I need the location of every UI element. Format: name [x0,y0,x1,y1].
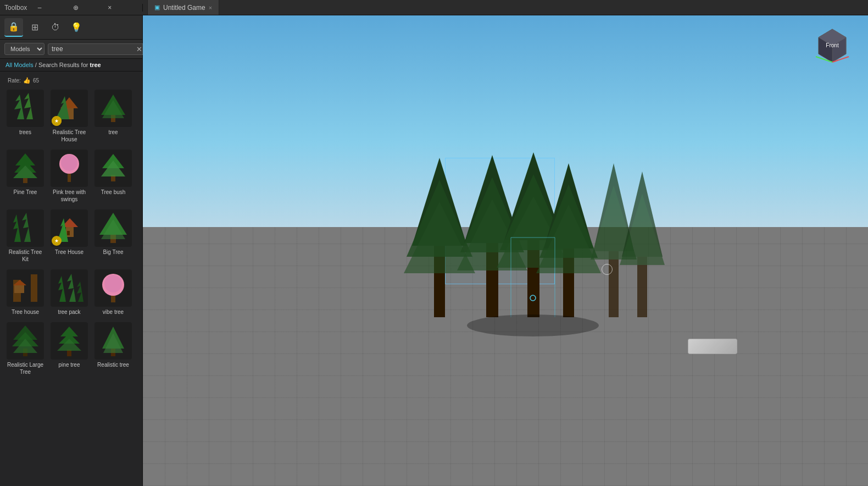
grid-row-3: Realistic Tree Kit ★ Tree House [4,207,138,265]
model-thumb-tree-house-2: ★ [51,209,88,247]
clock-tool-btn[interactable]: ⏱ [46,18,65,37]
svg-text:Front: Front [826,42,839,48]
model-item-trees[interactable]: trees [4,87,46,145]
model-item-pine-tree[interactable]: Pine Tree [4,147,46,205]
model-label-pine-tree2: pine tree [59,361,80,368]
model-item-realistic-tree-house[interactable]: ★ ★ Realistic Tree House [48,87,90,145]
svg-point-36 [104,275,122,292]
badge-tree-house: ★ [52,236,62,246]
breadcrumb-search-label: Search Results for [38,62,90,68]
model-thumb-pine-tree [7,150,44,187]
tab-label: Untitled Game [163,4,205,12]
model-thumb-realistic-tree-house: ★ ★ [51,90,88,127]
svg-rect-51 [637,257,647,317]
titlebar-minimize[interactable]: – [36,4,68,12]
svg-rect-34 [111,295,115,302]
model-item-vibe-tree[interactable]: vibe tree [92,267,134,318]
clear-search-icon[interactable]: ✕ [136,45,142,53]
badge-realistic-tree-house: ★ [52,116,62,126]
svg-rect-22 [67,231,70,235]
model-label-tree-bush: Tree bush [101,189,126,196]
svg-marker-0 [14,95,24,119]
model-thumb-trees [7,90,44,127]
svg-marker-44 [57,339,81,351]
model-thumb-tree-bush [94,150,132,187]
grid-row-2: Pine Tree Pink tree with swings [4,147,138,205]
model-item-tree-house-small[interactable]: Tree house [4,267,46,318]
breadcrumb: All Models / Search Results for tree [0,59,142,71]
model-thumb-big-tree [94,209,132,247]
breadcrumb-query: tree [90,62,101,68]
bulb-tool-btn[interactable]: 💡 [67,18,86,37]
grid-row-1: trees ★ ★ Realistic Tree House [4,87,138,145]
model-item-pine-tree2[interactable]: pine tree [48,320,90,378]
model-label-realistic-tree-house: Realistic Tree House [51,129,88,143]
model-thumb-tree-pack [51,269,88,307]
tree-group [341,152,670,345]
viewport[interactable]: Front [143,15,868,486]
rating-label: Rate: [8,78,21,84]
tab-close-btn[interactable]: × [209,4,212,11]
model-item-realistic-large-tree[interactable]: Realistic Large Tree [4,320,46,378]
model-label-pine-tree: Pine Tree [14,189,37,196]
grid-tool-btn[interactable]: ⊞ [25,18,44,37]
svg-marker-31 [58,276,66,302]
trees-scene-svg [341,152,670,345]
model-grid: Rate: 👍 65 trees [0,71,142,486]
left-panel: 🔒 ⊞ ⏱ 💡 Models Meshes Audio Images ✕ 🔍 ≡… [0,15,143,486]
model-label-tree-house-2: Tree House [55,248,84,256]
model-label-tree-house-small: Tree house [12,308,39,316]
svg-marker-33 [77,281,84,302]
model-label-pink-tree-swings: Pink tree with swings [51,189,88,203]
orient-cube-svg: Front [813,26,852,65]
model-thumb-tree-house-small [7,269,44,307]
lock-tool-btn[interactable]: 🔒 [4,18,23,37]
tab-untitled-game[interactable]: ▣ Untitled Game × [147,0,219,15]
model-label-realistic-large-tree: Realistic Large Tree [7,361,44,375]
model-thumb-realistic-tree-kit [7,209,44,247]
model-thumb-realistic-large-tree [7,322,44,360]
model-item-big-tree[interactable]: Big Tree [92,207,134,265]
thumbup-icon[interactable]: 👍 [23,77,31,84]
main-layout: 🔒 ⊞ ⏱ 💡 Models Meshes Audio Images ✕ 🔍 ≡… [0,15,868,486]
breadcrumb-all-models[interactable]: All Models [5,62,34,68]
titlebar-pin[interactable]: ⊕ [71,4,103,12]
rating-count: 65 [33,78,39,84]
model-item-pink-tree-swings[interactable]: Pink tree with swings [48,147,90,205]
toolbox-title: Toolbox [4,4,33,12]
grid-row-5: Realistic Large Tree pine tree [4,320,138,378]
rating-area: Rate: 👍 65 [4,76,138,85]
small-prop-object [688,339,737,354]
model-label-trees: trees [19,129,31,136]
model-item-tree-pack[interactable]: tree pack [48,267,90,318]
model-label-realistic-tree: Realistic tree [97,361,129,368]
tabs-area: ▣ Untitled Game × [143,0,868,15]
titlebar: Toolbox – ⊕ × ▣ Untitled Game × [0,0,868,15]
model-item-realistic-tree[interactable]: Realistic tree [92,320,134,378]
tab-game-icon: ▣ [154,4,160,11]
model-item-realistic-tree-kit[interactable]: Realistic Tree Kit [4,207,46,265]
search-bar: Models Meshes Audio Images ✕ 🔍 ≡ [0,40,142,59]
svg-rect-28 [14,285,24,293]
svg-marker-32 [67,274,76,302]
model-item-tree-house-2[interactable]: ★ Tree House [48,207,90,265]
model-label-tree-pack: tree pack [58,308,80,316]
search-input[interactable] [52,45,134,53]
model-label-vibe-tree: vibe tree [103,308,124,316]
model-item-tree[interactable]: tree [92,87,134,145]
orientation-cube[interactable]: Front [813,26,852,65]
panel-toolbar: 🔒 ⊞ ⏱ 💡 [0,15,142,40]
model-thumb-pine-tree2 [51,322,88,360]
svg-marker-1 [24,93,33,119]
model-thumb-pink-tree-swings [51,150,88,187]
model-label-big-tree: Big Tree [103,248,123,256]
titlebar-close[interactable]: × [106,4,138,12]
model-label-realistic-tree-kit: Realistic Tree Kit [7,248,44,263]
model-item-tree-bush[interactable]: Tree bush [92,147,134,205]
category-dropdown[interactable]: Models Meshes Audio Images [4,43,44,55]
svg-marker-19 [22,213,31,242]
model-label-tree: tree [108,129,118,136]
svg-point-74 [467,314,599,336]
model-thumb-tree [94,90,132,127]
model-thumb-vibe-tree [94,269,132,307]
